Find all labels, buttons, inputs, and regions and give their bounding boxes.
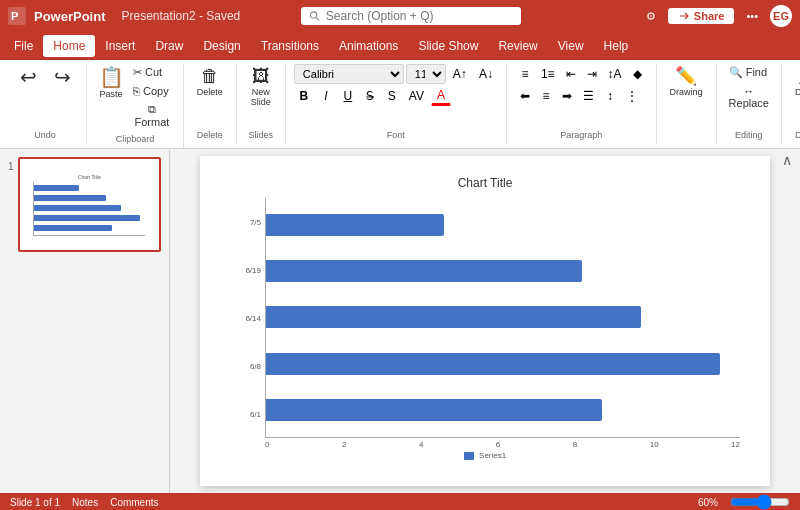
x-label-2: 2 <box>342 440 346 449</box>
delete-group-label: Delete <box>192 126 228 140</box>
slide-panel: 1 Chart Title <box>0 149 170 493</box>
paragraph-group-label: Paragraph <box>515 126 648 140</box>
menu-animations[interactable]: Animations <box>329 35 408 57</box>
bar-row-4 <box>266 348 740 380</box>
underline-button[interactable]: U <box>338 86 358 106</box>
main-content: 1 Chart Title Chart Title <box>0 149 800 493</box>
thumb-chart-title: Chart Title <box>33 174 145 180</box>
legend-color <box>464 452 474 460</box>
search-box[interactable] <box>301 7 521 25</box>
decrease-font-button[interactable]: A↓ <box>474 64 498 84</box>
new-slide-button[interactable]: 🖼 NewSlide <box>245 64 277 110</box>
replace-button[interactable]: ↔ Replace <box>725 83 773 111</box>
x-label-8: 8 <box>573 440 577 449</box>
ribbon-group-undo: ↩ ↪ Undo <box>8 64 87 144</box>
align-right-button[interactable]: ➡ <box>557 86 577 106</box>
undo-icon: ↩ <box>20 67 37 87</box>
delete-icon: 🗑 <box>201 67 219 85</box>
bar-row-5 <box>266 394 740 426</box>
thumb-bar-row-3 <box>34 204 145 212</box>
bar-1 <box>266 214 444 236</box>
search-icon <box>309 10 320 22</box>
new-slide-icon: 🖼 <box>252 67 270 85</box>
indent-decrease-button[interactable]: ⇤ <box>561 64 581 84</box>
convert-smartart-button[interactable]: ◆ <box>628 64 648 84</box>
ribbon-group-paragraph: ≡ 1≡ ⇤ ⇥ ↕A ◆ ⬅ ≡ ➡ ☰ ↕ ⋮ Paragraph <box>511 64 657 144</box>
menu-slideshow[interactable]: Slide Show <box>408 35 488 57</box>
redo-button[interactable]: ↪ <box>46 64 78 92</box>
menu-insert[interactable]: Insert <box>95 35 145 57</box>
bar-3 <box>266 306 641 328</box>
notes-button[interactable]: Notes <box>72 497 98 508</box>
menu-review[interactable]: Review <box>488 35 547 57</box>
italic-button[interactable]: I <box>316 86 336 106</box>
user-avatar[interactable]: EG <box>770 5 792 27</box>
ribbon-group-editing: 🔍 Find ↔ Replace Editing <box>721 64 782 144</box>
find-button[interactable]: 🔍 Find <box>725 64 773 81</box>
bold-button[interactable]: B <box>294 86 314 106</box>
thumb-bar-row-5 <box>34 224 145 232</box>
app-icon: P <box>8 7 26 25</box>
bar-row-3 <box>266 301 740 333</box>
editing-buttons: 🔍 Find ↔ Replace <box>725 64 773 111</box>
menu-design[interactable]: Design <box>193 35 250 57</box>
line-spacing-button[interactable]: ↕ <box>600 86 620 106</box>
justify-button[interactable]: ☰ <box>578 86 599 106</box>
slide-thumbnail-1[interactable]: Chart Title <box>18 157 161 252</box>
increase-font-button[interactable]: A↑ <box>448 64 472 84</box>
ribbon-collapse-button[interactable]: ∧ <box>782 152 792 168</box>
text-direction-button[interactable]: ↕A <box>603 64 627 84</box>
zoom-slider[interactable] <box>730 494 790 510</box>
font-size-select[interactable]: 11 <box>406 64 446 84</box>
slide-canvas[interactable]: Chart Title 7/5 6/19 6/14 6/8 6/1 <box>200 156 770 486</box>
ribbon-group-drawing: ✏️ Drawing <box>661 64 717 144</box>
indent-increase-button[interactable]: ⇥ <box>582 64 602 84</box>
settings-button[interactable]: ⚙ <box>642 8 660 25</box>
para-row-1: ≡ 1≡ ⇤ ⇥ ↕A ◆ <box>515 64 648 84</box>
bar-5 <box>266 399 602 421</box>
menu-help[interactable]: Help <box>594 35 639 57</box>
slide-info: Slide 1 of 1 <box>10 497 60 508</box>
delete-button[interactable]: 🗑 Delete <box>192 64 228 100</box>
font-color-button[interactable]: A <box>431 86 451 106</box>
list-bullet-button[interactable]: ≡ <box>515 64 535 84</box>
menu-transitions[interactable]: Transitions <box>251 35 329 57</box>
font-name-select[interactable]: Calibri <box>294 64 404 84</box>
menu-home[interactable]: Home <box>43 35 95 57</box>
slide-number-1: 1 <box>8 161 14 172</box>
redo-icon: ↪ <box>54 67 71 87</box>
paste-button[interactable]: 📋 Paste <box>95 64 127 102</box>
comments-button[interactable]: Comments <box>110 497 158 508</box>
svg-point-2 <box>310 12 316 18</box>
column-button[interactable]: ⋮ <box>621 86 643 106</box>
search-input[interactable] <box>326 9 513 23</box>
align-left-button[interactable]: ⬅ <box>515 86 535 106</box>
cut-button[interactable]: ✂ Cut <box>129 64 175 81</box>
share-button[interactable]: Share <box>668 8 735 24</box>
dictate-buttons: 🎤 Dictate <box>790 64 800 126</box>
x-label-10: 10 <box>650 440 659 449</box>
ribbon: ↩ ↪ Undo 📋 Paste ✂ Cut ⎘ Copy ⧉ Format C… <box>0 60 800 149</box>
y-label-4: 6/8 <box>250 362 261 371</box>
menu-draw[interactable]: Draw <box>145 35 193 57</box>
app-name: PowerPoint <box>34 9 106 24</box>
ribbon-group-font: Calibri 11 A↑ A↓ B I U S̶ S AV A Font <box>290 64 507 144</box>
slides-group-label: Slides <box>245 126 277 140</box>
char-spacing-button[interactable]: AV <box>404 86 429 106</box>
more-button[interactable]: ••• <box>742 8 762 24</box>
format-painter-button[interactable]: ⧉ Format <box>129 101 175 130</box>
menu-file[interactable]: File <box>4 35 43 57</box>
bar-2 <box>266 260 582 282</box>
drawing-group-label <box>665 136 708 140</box>
list-number-button[interactable]: 1≡ <box>536 64 560 84</box>
strikethrough-button[interactable]: S̶ <box>360 86 380 106</box>
align-center-button[interactable]: ≡ <box>536 86 556 106</box>
dictate-button[interactable]: 🎤 Dictate <box>790 64 800 100</box>
drawing-button[interactable]: ✏️ Drawing <box>665 64 708 100</box>
copy-button[interactable]: ⎘ Copy <box>129 83 175 99</box>
menu-view[interactable]: View <box>548 35 594 57</box>
text-shadow-button[interactable]: S <box>382 86 402 106</box>
menu-bar: File Home Insert Draw Design Transitions… <box>0 32 800 60</box>
chart-legend: Series1 <box>230 451 740 460</box>
undo-button[interactable]: ↩ <box>12 64 44 92</box>
